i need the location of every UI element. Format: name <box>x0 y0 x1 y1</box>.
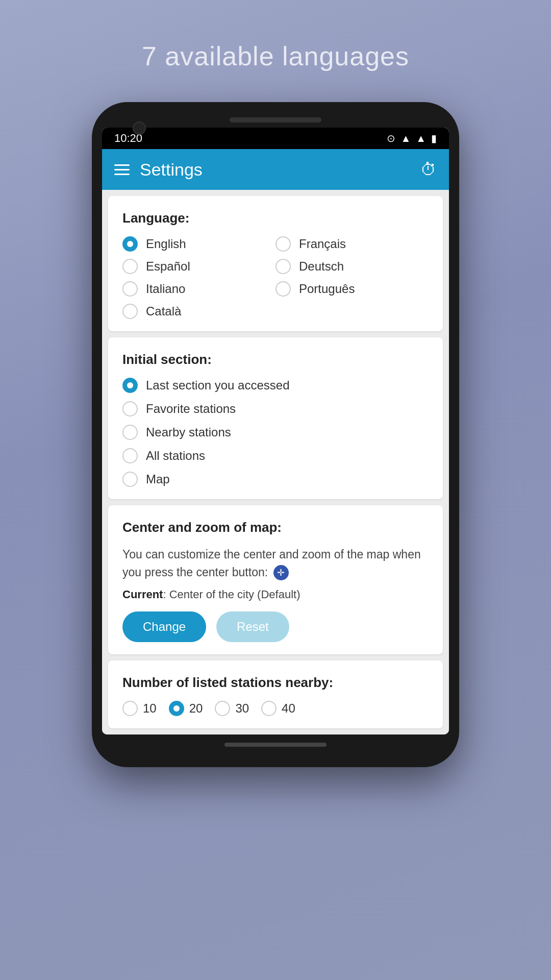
initial-label-all: All stations <box>146 449 205 463</box>
language-grid: English Français Español Deutsch <box>122 236 429 319</box>
initial-section-list: Last section you accessed Favorite stati… <box>122 378 429 487</box>
app-bar-left: Settings <box>114 160 203 180</box>
radio-francais[interactable] <box>276 236 291 252</box>
reset-button[interactable]: Reset <box>216 611 289 642</box>
radio-last[interactable] <box>122 378 138 393</box>
map-zoom-card: Center and zoom of map: You can customiz… <box>108 505 443 654</box>
number-label-10: 10 <box>143 701 157 716</box>
initial-label-map: Map <box>146 472 170 486</box>
page-title: 7 available languages <box>142 41 409 71</box>
language-option-portugues[interactable]: Português <box>276 281 429 297</box>
number-option-10[interactable]: 10 <box>122 701 157 716</box>
change-button[interactable]: Change <box>122 611 206 642</box>
center-button-icon: ✛ <box>273 565 289 580</box>
battery-icon: ▮ <box>431 132 437 144</box>
language-label-espanol: Español <box>146 259 190 274</box>
nearby-stations-heading: Number of listed stations nearby: <box>122 675 429 691</box>
map-button-row: Change Reset <box>122 611 429 642</box>
language-label-italiano: Italiano <box>146 282 185 296</box>
map-current-text: Current: Center of the city (Default) <box>122 588 429 601</box>
radio-english[interactable] <box>122 236 138 252</box>
phone-speaker <box>230 117 321 122</box>
radio-favorite[interactable] <box>122 401 138 416</box>
nearby-number-options: 10 20 30 40 <box>122 701 429 716</box>
number-label-30: 30 <box>235 701 249 716</box>
phone-camera <box>133 121 146 135</box>
language-option-francais[interactable]: Français <box>276 236 429 252</box>
radio-30[interactable] <box>215 701 230 716</box>
radio-catala[interactable] <box>122 304 138 319</box>
language-label-english: English <box>146 237 186 251</box>
map-zoom-heading: Center and zoom of map: <box>122 520 429 535</box>
language-option-catala[interactable]: Català <box>122 304 276 319</box>
radio-nearby[interactable] <box>122 425 138 440</box>
menu-icon[interactable] <box>114 164 130 175</box>
radio-portugues[interactable] <box>276 281 291 297</box>
language-label-portugues: Português <box>299 282 355 296</box>
radio-espanol[interactable] <box>122 259 138 274</box>
language-label-francais: Français <box>299 237 346 251</box>
number-option-40[interactable]: 40 <box>261 701 295 716</box>
radio-italiano[interactable] <box>122 281 138 297</box>
number-label-40: 40 <box>282 701 295 716</box>
phone-top-bar <box>102 117 449 122</box>
hamburger-line-3 <box>114 174 130 175</box>
initial-option-all[interactable]: All stations <box>122 448 429 463</box>
number-option-20[interactable]: 20 <box>169 701 203 716</box>
content-area: Language: English Français Español <box>102 190 449 734</box>
app-bar: Settings ⏱ <box>102 149 449 190</box>
phone-frame: 10:20 ⊙ ▲ ▲ ▮ Settings ⏱ <box>92 102 459 767</box>
initial-section-card: Initial section: Last section you access… <box>108 337 443 499</box>
phone-bottom-bar <box>102 743 449 747</box>
nearby-stations-card: Number of listed stations nearby: 10 20 … <box>108 660 443 728</box>
language-heading: Language: <box>122 210 429 226</box>
status-icons: ⊙ ▲ ▲ ▮ <box>387 132 437 144</box>
location-icon: ⊙ <box>387 132 395 144</box>
map-description: You can customize the center and zoom of… <box>122 546 429 581</box>
initial-section-heading: Initial section: <box>122 352 429 368</box>
initial-option-map[interactable]: Map <box>122 472 429 487</box>
app-bar-title: Settings <box>140 160 203 180</box>
number-option-30[interactable]: 30 <box>215 701 249 716</box>
screen: 10:20 ⊙ ▲ ▲ ▮ Settings ⏱ <box>102 128 449 734</box>
language-label-catala: Català <box>146 304 181 318</box>
initial-option-nearby[interactable]: Nearby stations <box>122 425 429 440</box>
language-card: Language: English Français Español <box>108 196 443 331</box>
radio-10[interactable] <box>122 701 138 716</box>
radio-deutsch[interactable] <box>276 259 291 274</box>
language-label-deutsch: Deutsch <box>299 259 344 274</box>
initial-option-favorite[interactable]: Favorite stations <box>122 401 429 416</box>
status-bar: 10:20 ⊙ ▲ ▲ ▮ <box>102 128 449 149</box>
timer-icon[interactable]: ⏱ <box>420 160 437 179</box>
radio-20[interactable] <box>169 701 184 716</box>
number-label-20: 20 <box>189 701 203 716</box>
language-option-espanol[interactable]: Español <box>122 259 276 274</box>
language-option-english[interactable]: English <box>122 236 276 252</box>
hamburger-line-2 <box>114 169 130 170</box>
initial-label-favorite: Favorite stations <box>146 402 236 416</box>
initial-option-last[interactable]: Last section you accessed <box>122 378 429 393</box>
phone-home-indicator <box>224 743 327 747</box>
initial-label-nearby: Nearby stations <box>146 425 231 439</box>
initial-label-last: Last section you accessed <box>146 378 290 393</box>
radio-map[interactable] <box>122 472 138 487</box>
signal-icon: ▲ <box>416 133 426 144</box>
radio-40[interactable] <box>261 701 277 716</box>
hamburger-line-1 <box>114 164 130 166</box>
radio-all[interactable] <box>122 448 138 463</box>
language-option-deutsch[interactable]: Deutsch <box>276 259 429 274</box>
language-option-italiano[interactable]: Italiano <box>122 281 276 297</box>
wifi-icon: ▲ <box>400 133 411 144</box>
